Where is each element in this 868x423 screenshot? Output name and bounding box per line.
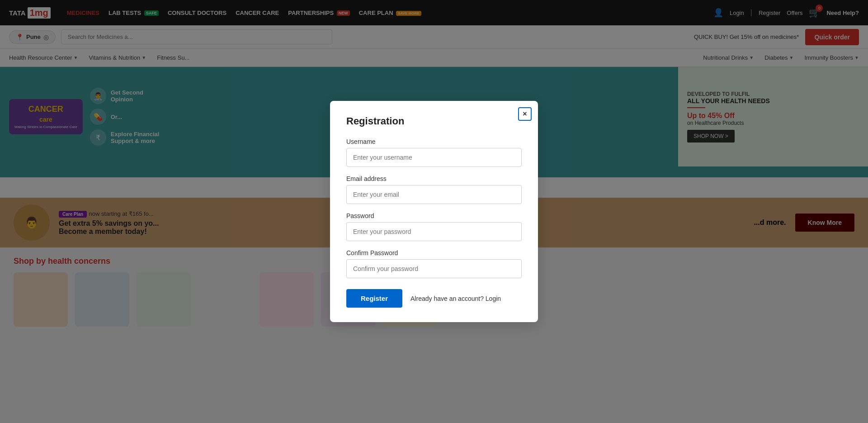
password-label: Password bbox=[346, 212, 522, 219]
email-input[interactable] bbox=[346, 185, 522, 204]
password-form-group: Password bbox=[346, 212, 522, 241]
username-form-group: Username bbox=[346, 138, 522, 167]
login-link-modal[interactable]: Already have an account? Login bbox=[410, 295, 501, 302]
username-input[interactable] bbox=[346, 148, 522, 167]
modal-close-button[interactable]: × bbox=[518, 107, 532, 121]
confirm-password-input[interactable] bbox=[346, 259, 522, 278]
modal-actions: Register Already have an account? Login bbox=[346, 289, 522, 308]
registration-modal: × Registration Username Email address Pa… bbox=[330, 101, 538, 322]
confirm-password-label: Confirm Password bbox=[346, 249, 522, 257]
email-form-group: Email address bbox=[346, 175, 522, 204]
password-input[interactable] bbox=[346, 222, 522, 241]
email-label: Email address bbox=[346, 175, 522, 182]
username-label: Username bbox=[346, 138, 522, 145]
register-button[interactable]: Register bbox=[346, 289, 402, 308]
modal-overlay: × Registration Username Email address Pa… bbox=[0, 0, 868, 423]
confirm-password-form-group: Confirm Password bbox=[346, 249, 522, 278]
modal-title: Registration bbox=[346, 115, 522, 127]
